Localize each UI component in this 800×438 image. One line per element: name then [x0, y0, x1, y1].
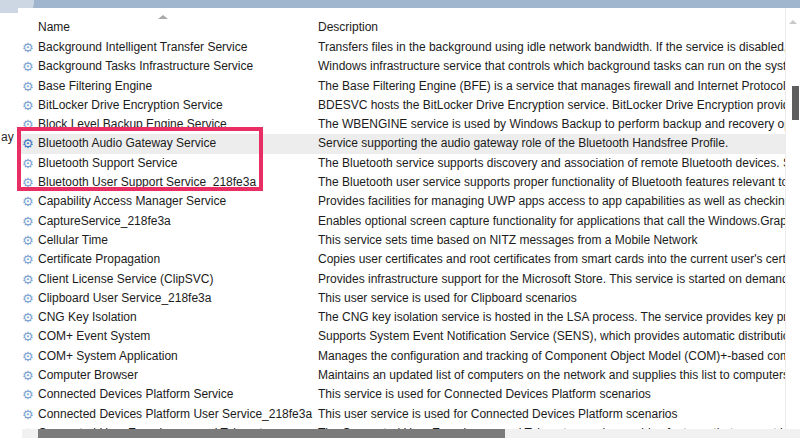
service-description: BDESVC hosts the BitLocker Drive Encrypt… — [318, 96, 786, 115]
scroll-up-icon[interactable] — [789, 20, 797, 24]
column-header-name[interactable]: Name — [38, 20, 70, 34]
service-row[interactable]: ⚙Cellular TimeThis service sets time bas… — [18, 231, 786, 250]
service-name: CaptureService_218fe3a — [38, 212, 316, 231]
service-description: Manages the configuration and tracking o… — [318, 347, 786, 366]
service-description: Transfers files in the background using … — [318, 38, 786, 57]
service-name: COM+ System Application — [38, 347, 316, 366]
service-row[interactable]: ⚙COM+ Event SystemSupports System Event … — [18, 327, 786, 346]
sort-ascending-indicator — [158, 15, 168, 19]
service-description: This user service is used for Connected … — [318, 405, 786, 424]
services-list-window: ay Name Description ⚙Background Intellig… — [0, 0, 800, 438]
vertical-scrollbar[interactable] — [785, 8, 800, 429]
service-description: The Bluetooth service supports discovery… — [318, 154, 786, 173]
gear-icon: ⚙ — [22, 347, 38, 366]
gear-icon: ⚙ — [22, 385, 38, 404]
service-row[interactable]: ⚙Computer BrowserMaintains an updated li… — [18, 366, 786, 385]
column-header-description[interactable]: Description — [318, 20, 378, 34]
gear-icon: ⚙ — [22, 57, 38, 76]
service-name: Connected Devices Platform Service — [38, 385, 316, 404]
service-name: Cellular Time — [38, 231, 316, 250]
service-description: Maintains an updated list of computers o… — [318, 366, 786, 385]
service-name: Certificate Propagation — [38, 250, 316, 269]
service-name: BitLocker Drive Encryption Service — [38, 96, 316, 115]
service-name: Client License Service (ClipSVC) — [38, 270, 316, 289]
service-rows: ⚙Background Intelligent Transfer Service… — [18, 38, 786, 438]
service-row[interactable]: ⚙Capability Access Manager ServiceProvid… — [18, 192, 786, 211]
service-description: Provides infrastructure support for the … — [318, 270, 786, 289]
service-description: Service supporting the audio gateway rol… — [318, 134, 786, 153]
service-description: The Bluetooth user service supports prop… — [318, 173, 786, 192]
service-row[interactable]: ⚙CaptureService_218fe3aEnables optional … — [18, 212, 786, 231]
gear-icon: ⚙ — [22, 192, 38, 211]
service-description: The Base Filtering Engine (BFE) is a ser… — [318, 77, 786, 96]
vertical-scrollbar-thumb[interactable] — [792, 86, 799, 120]
gear-icon: ⚙ — [22, 308, 38, 327]
service-row[interactable]: ⚙Connected Devices Platform User Service… — [18, 405, 786, 424]
service-row[interactable]: ⚙CNG Key IsolationThe CNG key isolation … — [18, 308, 786, 327]
service-description: Windows infrastructure service that cont… — [318, 57, 786, 76]
service-row[interactable]: ⚙COM+ System ApplicationManages the conf… — [18, 347, 786, 366]
column-header-row: Name Description — [18, 8, 786, 38]
annotation-highlight-box — [17, 127, 263, 191]
gear-icon: ⚙ — [22, 366, 38, 385]
service-description: This service sets time based on NITZ mes… — [318, 231, 786, 250]
service-description: Provides facilities for managing UWP app… — [318, 192, 786, 211]
left-pane-clipped-text: ay — [1, 130, 14, 144]
service-description: This user service is used for Clipboard … — [318, 289, 786, 308]
service-description: The WBENGINE service is used by Windows … — [318, 115, 786, 134]
gear-icon: ⚙ — [22, 212, 38, 231]
service-name: Background Tasks Infrastructure Service — [38, 57, 316, 76]
gear-icon: ⚙ — [22, 96, 38, 115]
gear-icon: ⚙ — [22, 231, 38, 250]
service-description: The CNG key isolation service is hosted … — [318, 308, 786, 327]
gear-icon: ⚙ — [22, 405, 38, 424]
gear-icon: ⚙ — [22, 77, 38, 96]
horizontal-scrollbar-thumb[interactable] — [38, 429, 505, 438]
service-row[interactable]: ⚙Clipboard User Service_218fe3aThis user… — [18, 289, 786, 308]
service-row[interactable]: ⚙Background Tasks Infrastructure Service… — [18, 57, 786, 76]
service-name: CNG Key Isolation — [38, 308, 316, 327]
service-row[interactable]: ⚙Certificate PropagationCopies user cert… — [18, 250, 786, 269]
service-row[interactable]: ⚙BitLocker Drive Encryption ServiceBDESV… — [18, 96, 786, 115]
service-name: Connected Devices Platform User Service_… — [38, 405, 316, 424]
service-description: This service is used for Connected Devic… — [318, 385, 786, 404]
service-description: Copies user certificates and root certif… — [318, 250, 786, 269]
service-row[interactable]: ⚙Base Filtering EngineThe Base Filtering… — [18, 77, 786, 96]
gear-icon: ⚙ — [22, 289, 38, 308]
service-name: COM+ Event System — [38, 327, 316, 346]
service-name: Computer Browser — [38, 366, 316, 385]
service-name: Clipboard User Service_218fe3a — [38, 289, 316, 308]
service-name: Background Intelligent Transfer Service — [38, 38, 316, 57]
service-row[interactable]: ⚙Client License Service (ClipSVC)Provide… — [18, 270, 786, 289]
gear-icon: ⚙ — [22, 270, 38, 289]
service-name: Base Filtering Engine — [38, 77, 316, 96]
service-description: Enables optional screen capture function… — [318, 212, 786, 231]
top-window-edge — [0, 0, 800, 8]
service-name: Capability Access Manager Service — [38, 192, 316, 211]
service-row[interactable]: ⚙Connected Devices Platform ServiceThis … — [18, 385, 786, 404]
service-description: Supports System Event Notification Servi… — [318, 327, 786, 346]
gear-icon: ⚙ — [22, 327, 38, 346]
services-list-view: Name Description ⚙Background Intelligent… — [18, 8, 786, 438]
service-row[interactable]: ⚙Background Intelligent Transfer Service… — [18, 38, 786, 57]
horizontal-scrollbar[interactable] — [22, 429, 800, 438]
gear-icon: ⚙ — [22, 250, 38, 269]
gear-icon: ⚙ — [22, 38, 38, 57]
